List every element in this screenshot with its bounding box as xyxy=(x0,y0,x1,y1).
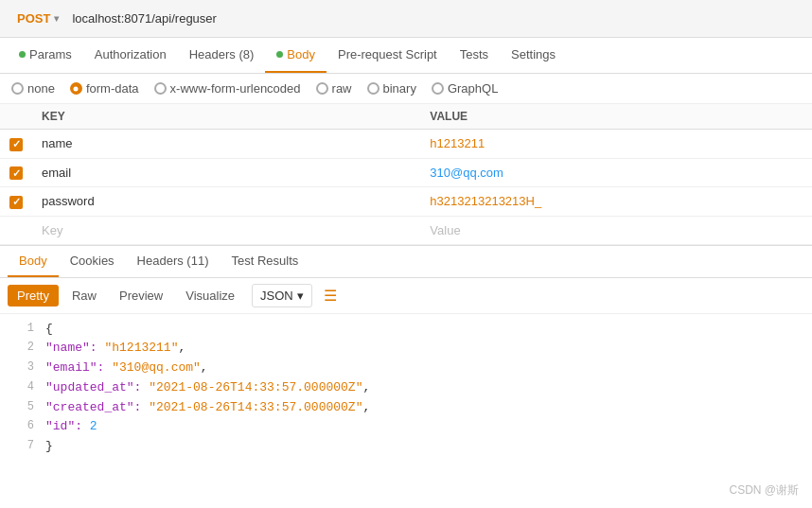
table-row-placeholder: KeyValue xyxy=(0,216,812,244)
json-line: 6 "id": 2 xyxy=(0,417,812,437)
checkbox-1[interactable]: ✓ xyxy=(9,166,23,180)
radio-circle-form-data xyxy=(70,82,82,95)
col-key: KEY xyxy=(32,104,420,130)
radio-label-form-data: form-data xyxy=(86,81,139,96)
body-type-row: noneform-datax-www-form-urlencodedrawbin… xyxy=(0,74,812,104)
sub-tab-row: PrettyRawPreviewVisualizeJSON▾☰ xyxy=(0,278,812,314)
line-number: 2 xyxy=(8,339,34,359)
tab-label-headers: Headers (8) xyxy=(189,47,255,61)
radio-label-binary: binary xyxy=(383,81,416,96)
response-tab-headers[interactable]: Headers (11) xyxy=(126,246,221,277)
checkbox-0[interactable]: ✓ xyxy=(9,138,23,151)
radio-circle-GraphQL xyxy=(432,82,444,95)
tab-params[interactable]: Params xyxy=(8,38,83,73)
radio-label-GraphQL: GraphQL xyxy=(448,81,498,96)
json-line: 5 "created_at": "2021-08-26T14:33:57.000… xyxy=(0,398,812,418)
radio-raw[interactable]: raw xyxy=(316,81,352,96)
json-line: 7} xyxy=(0,437,812,457)
key-cell-0: name xyxy=(32,130,420,159)
line-content: "email": "310@qq.com", xyxy=(45,359,208,378)
col-checkbox xyxy=(0,104,32,130)
json-str: "2021-08-26T14:33:57.000000Z" xyxy=(149,380,362,394)
col-value: VALUE xyxy=(420,104,812,130)
format-label: JSON xyxy=(260,289,293,303)
wrap-icon[interactable]: ☰ xyxy=(324,287,337,305)
placeholder-value[interactable]: Value xyxy=(420,216,812,244)
tab-label-params: Params xyxy=(29,47,72,61)
line-number: 1 xyxy=(8,320,34,340)
tab-label-tests: Tests xyxy=(460,47,488,61)
checkbox-2[interactable]: ✓ xyxy=(9,196,23,209)
json-display: 1{2 "name": "h1213211",3 "email": "310@q… xyxy=(0,314,812,464)
json-brace: , xyxy=(178,341,185,355)
table-row: ✓email310@qq.com xyxy=(0,158,812,187)
sub-tab-pretty[interactable]: Pretty xyxy=(8,285,59,307)
radio-x-www-form-urlencoded[interactable]: x-www-form-urlencoded xyxy=(154,81,301,96)
tab-authorization[interactable]: Authorization xyxy=(83,38,178,73)
json-brace: { xyxy=(45,322,53,336)
radio-circle-binary xyxy=(367,82,380,95)
json-line: 4 "updated_at": "2021-08-26T14:33:57.000… xyxy=(0,378,812,398)
placeholder-key[interactable]: Key xyxy=(32,216,420,244)
tab-body[interactable]: Body xyxy=(265,38,327,73)
radio-none[interactable]: none xyxy=(11,81,55,96)
line-number: 7 xyxy=(8,437,34,457)
tab-dot-body xyxy=(276,51,283,58)
json-brace: , xyxy=(362,400,370,414)
sub-tab-preview[interactable]: Preview xyxy=(110,285,172,307)
json-num: 2 xyxy=(90,419,97,433)
line-content: "created_at": "2021-08-26T14:33:57.00000… xyxy=(45,398,370,418)
method-select[interactable]: POST ▾ xyxy=(11,8,64,29)
radio-GraphQL[interactable]: GraphQL xyxy=(432,81,498,96)
line-number: 3 xyxy=(8,359,34,378)
radio-form-data[interactable]: form-data xyxy=(70,81,139,96)
radio-circle-raw xyxy=(316,82,328,95)
json-brace: } xyxy=(45,439,53,453)
tab-label-pre-request: Pre-request Script xyxy=(338,47,437,61)
sub-tab-visualize[interactable]: Visualize xyxy=(176,285,244,307)
tab-tests[interactable]: Tests xyxy=(449,38,500,73)
radio-circle-none xyxy=(11,82,24,95)
tab-label-authorization: Authorization xyxy=(95,47,167,61)
line-number: 5 xyxy=(8,398,34,418)
tab-label-settings: Settings xyxy=(511,47,556,61)
json-key: "id": xyxy=(45,419,90,433)
radio-circle-x-www-form-urlencoded xyxy=(154,82,167,95)
json-str: "h1213211" xyxy=(104,341,178,355)
radio-label-raw: raw xyxy=(332,81,352,96)
format-select[interactable]: JSON▾ xyxy=(252,284,312,307)
key-cell-2: password xyxy=(32,187,420,217)
response-tab-nav: BodyCookiesHeaders (11)Test Results xyxy=(0,246,812,278)
tab-settings[interactable]: Settings xyxy=(500,38,567,73)
response-tab-test-results[interactable]: Test Results xyxy=(220,246,309,277)
line-content: { xyxy=(45,320,53,340)
tab-headers[interactable]: Headers (8) xyxy=(178,38,266,73)
url-input[interactable] xyxy=(72,11,801,26)
key-cell-1: email xyxy=(32,158,420,187)
method-label: POST xyxy=(17,11,50,26)
radio-binary[interactable]: binary xyxy=(367,81,416,96)
table-row: ✓nameh1213211 xyxy=(0,130,812,159)
json-brace: , xyxy=(362,380,370,394)
value-cell-1: 310@qq.com xyxy=(420,158,812,187)
request-tab-nav: ParamsAuthorizationHeaders (8)BodyPre-re… xyxy=(0,38,812,74)
table-row: ✓passwordh3213213213213H_ xyxy=(0,187,812,217)
value-cell-2: h3213213213213H_ xyxy=(420,187,812,217)
radio-label-none: none xyxy=(27,81,55,96)
json-line: 2 "name": "h1213211", xyxy=(0,339,812,359)
tab-dot-params xyxy=(19,51,26,58)
line-number: 6 xyxy=(8,417,34,437)
url-bar: POST ▾ xyxy=(0,0,812,38)
line-content: "id": 2 xyxy=(45,417,97,437)
line-content: "name": "h1213211", xyxy=(45,339,185,359)
sub-tab-raw[interactable]: Raw xyxy=(62,285,106,307)
tab-pre-request[interactable]: Pre-request Script xyxy=(327,38,449,73)
response-tab-body[interactable]: Body xyxy=(8,246,59,277)
value-cell-0: h1213211 xyxy=(420,130,812,159)
tab-label-body: Body xyxy=(287,47,315,61)
radio-label-x-www-form-urlencoded: x-www-form-urlencoded xyxy=(170,81,301,96)
line-number: 4 xyxy=(8,378,34,398)
json-line: 1{ xyxy=(0,320,812,340)
json-key: "created_at": xyxy=(45,400,149,414)
response-tab-cookies[interactable]: Cookies xyxy=(59,246,126,277)
